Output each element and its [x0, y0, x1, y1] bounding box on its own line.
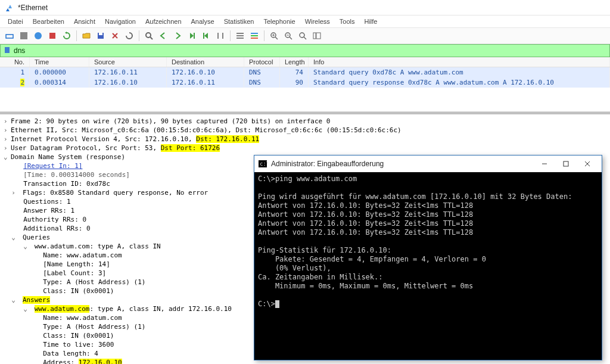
autoscroll-icon[interactable]: [234, 30, 246, 42]
separator: [76, 30, 77, 41]
menu-analyse[interactable]: Analyse: [187, 17, 219, 26]
svg-rect-12: [236, 33, 244, 34]
svg-rect-17: [251, 38, 258, 39]
stop-icon[interactable]: [46, 30, 58, 42]
cell-info: Standard query response 0xd78c A www.ada…: [309, 77, 610, 88]
svg-rect-9: [203, 33, 204, 39]
collapse-icon[interactable]: ⌄: [4, 153, 11, 161]
detail-ethernet[interactable]: ›Ethernet II, Src: Microsof_c0:6c:6a (00…: [0, 126, 610, 135]
menu-navigation[interactable]: Navigation: [101, 17, 140, 26]
col-info[interactable]: Info: [309, 57, 610, 67]
cell-info: Standard query 0xd78c A www.adatum.com: [309, 67, 610, 77]
packet-list: No. Time Source Destination Protocol Len…: [0, 57, 610, 112]
menu-datei[interactable]: Datei: [4, 17, 27, 26]
first-icon[interactable]: [200, 30, 212, 42]
last-icon[interactable]: [214, 30, 226, 42]
detail-frame[interactable]: ›Frame 2: 90 bytes on wire (720 bits), 9…: [0, 117, 610, 126]
svg-rect-16: [251, 35, 258, 36]
col-length[interactable]: Length: [280, 57, 309, 67]
interfaces-icon[interactable]: [4, 30, 15, 42]
menu-wireless[interactable]: Wireless: [301, 17, 334, 26]
expand-icon[interactable]: ›: [11, 189, 18, 197]
cmd-window[interactable]: c:\ Administrator: Eingabeaufforderung C…: [254, 155, 602, 360]
svg-rect-11: [222, 33, 223, 39]
separator: [264, 30, 264, 41]
start-icon[interactable]: [32, 30, 44, 42]
colorize-icon[interactable]: [248, 30, 260, 42]
save-icon[interactable]: [95, 30, 107, 42]
restart-icon[interactable]: [61, 30, 73, 42]
zoom-reset-icon[interactable]: [297, 30, 309, 42]
svg-rect-29: [5, 47, 10, 53]
svg-rect-8: [194, 33, 195, 39]
prev-icon[interactable]: [157, 30, 169, 42]
expand-icon[interactable]: ›: [4, 126, 11, 134]
separator: [230, 30, 231, 41]
svg-rect-5: [99, 33, 102, 35]
window-title: *Ethernet: [18, 4, 48, 12]
collapse-icon[interactable]: ⌄: [11, 234, 18, 241]
maximize-button[interactable]: [555, 155, 577, 172]
jump-icon[interactable]: [186, 30, 198, 42]
cell-proto: DNS: [244, 77, 280, 88]
bookmark-icon[interactable]: [3, 46, 11, 55]
reload-icon[interactable]: [123, 30, 135, 42]
svg-rect-14: [236, 38, 244, 39]
col-source[interactable]: Source: [89, 57, 167, 67]
svg-text:c:\: c:\: [260, 161, 267, 167]
packet-row[interactable]: 2 0.000314 172.16.0.10 172.16.0.11 DNS 9…: [0, 77, 610, 88]
cmd-output[interactable]: C:\>ping www.adatum.com Ping wird ausgef…: [254, 172, 602, 360]
menu-ansicht[interactable]: Ansicht: [70, 17, 99, 26]
cell-dst: 172.16.0.10: [167, 67, 244, 77]
svg-rect-3: [49, 33, 55, 39]
cell-proto: DNS: [244, 67, 280, 77]
display-filter-bar[interactable]: [0, 44, 610, 57]
display-filter-input[interactable]: [14, 46, 607, 55]
toolbar: [0, 27, 610, 44]
title-bar: *Ethernet: [0, 0, 610, 15]
col-destination[interactable]: Destination: [167, 57, 244, 67]
menu-tools[interactable]: Tools: [335, 17, 359, 26]
menu-bar: Datei Bearbeiten Ansicht Navigation Aufz…: [0, 15, 610, 27]
open-icon[interactable]: [80, 30, 92, 42]
close-button[interactable]: [577, 155, 598, 172]
cmd-title-bar[interactable]: c:\ Administrator: Eingabeaufforderung: [254, 155, 602, 172]
menu-hilfe[interactable]: Hilfe: [360, 17, 381, 26]
cell-dst: 172.16.0.11: [167, 77, 244, 88]
cell-src: 172.16.0.10: [89, 77, 167, 88]
zoom-in-icon[interactable]: [268, 30, 280, 42]
cell-no: 1: [0, 67, 30, 77]
menu-telephonie[interactable]: Telephonie: [259, 17, 299, 26]
minimize-button[interactable]: [534, 155, 555, 172]
col-protocol[interactable]: Protocol: [244, 57, 280, 67]
menu-aufzeichnen[interactable]: Aufzeichnen: [141, 17, 186, 26]
svg-line-21: [275, 37, 278, 39]
resize-columns-icon[interactable]: [311, 30, 323, 42]
options-icon[interactable]: [18, 30, 30, 42]
find-icon[interactable]: [143, 30, 155, 42]
col-time[interactable]: Time: [30, 57, 89, 67]
zoom-out-icon[interactable]: [282, 30, 294, 42]
collapse-icon[interactable]: ⌄: [23, 305, 30, 313]
collapse-icon[interactable]: ⌄: [11, 296, 18, 304]
svg-line-24: [290, 37, 292, 39]
menu-bearbeiten[interactable]: Bearbeiten: [29, 17, 69, 26]
detail-udp[interactable]: ›User Datagram Protocol, Src Port: 53, D…: [0, 144, 610, 153]
svg-rect-33: [564, 161, 568, 166]
expand-icon[interactable]: ›: [4, 135, 11, 143]
col-no[interactable]: No.: [0, 57, 30, 67]
expand-icon[interactable]: ›: [4, 144, 11, 152]
svg-rect-10: [217, 33, 219, 39]
svg-rect-0: [6, 35, 13, 38]
next-icon[interactable]: [172, 30, 183, 42]
packet-row[interactable]: 1 0.000000 172.16.0.11 172.16.0.10 DNS 7…: [0, 67, 610, 77]
svg-point-25: [300, 33, 304, 38]
expand-icon[interactable]: ›: [4, 117, 11, 125]
cmd-window-title: Administrator: Eingabeaufforderung: [271, 160, 534, 168]
detail-ip[interactable]: ›Internet Protocol Version 4, Src: 172.1…: [0, 135, 610, 144]
collapse-icon[interactable]: ⌄: [23, 242, 30, 250]
menu-statistiken[interactable]: Statistiken: [220, 17, 259, 26]
cmd-icon: c:\: [258, 159, 267, 169]
close-icon[interactable]: [109, 30, 121, 42]
app-icon: [5, 3, 14, 13]
